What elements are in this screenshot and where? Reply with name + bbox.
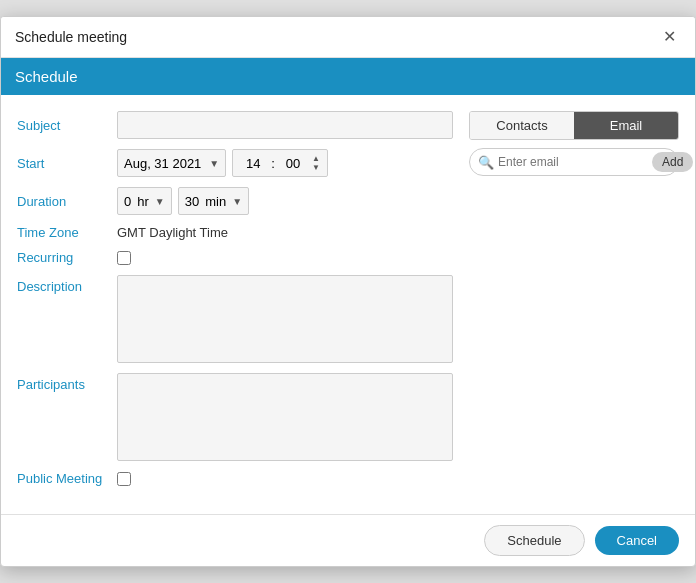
time-down-arrow[interactable]: ▼ [311,164,321,172]
content-area: Subject Start Aug, 31 2021 ▼ : [1,95,695,514]
start-date-picker[interactable]: Aug, 31 2021 ▼ [117,149,226,177]
schedule-button[interactable]: Schedule [484,525,584,556]
timezone-label: Time Zone [17,225,117,240]
start-label: Start [17,156,117,171]
date-dropdown-arrow: ▼ [209,158,219,169]
recurring-checkbox-wrapper [117,251,131,265]
duration-hours-select[interactable]: 0 hr ▼ [117,187,172,215]
public-meeting-label: Public Meeting [17,471,117,486]
start-date-value: Aug, 31 2021 [124,156,201,171]
footer: Schedule Cancel [1,514,695,566]
description-row: Description [17,275,453,363]
subject-label: Subject [17,118,117,133]
recurring-label: Recurring [17,250,117,265]
cancel-button[interactable]: Cancel [595,526,679,555]
schedule-meeting-dialog: Schedule meeting ✕ Schedule Subject Star… [0,16,696,567]
public-meeting-row: Public Meeting [17,471,453,486]
subject-row: Subject [17,111,453,139]
description-input[interactable] [117,275,453,363]
duration-controls: 0 hr ▼ 30 min ▼ [117,187,453,215]
public-meeting-checkbox-wrapper [117,472,131,486]
right-panel: Contacts Email 🔍 Add [469,111,679,498]
time-separator: : [271,156,275,171]
duration-label: Duration [17,194,117,209]
title-bar: Schedule meeting ✕ [1,17,695,58]
time-up-arrow[interactable]: ▲ [311,155,321,163]
public-meeting-checkbox[interactable] [117,472,131,486]
start-time-picker[interactable]: : ▲ ▼ [232,149,328,177]
duration-minutes-unit: min [205,194,226,209]
participants-input[interactable] [117,373,453,461]
recurring-row: Recurring [17,250,453,265]
time-arrows: ▲ ▼ [311,155,321,172]
left-panel: Subject Start Aug, 31 2021 ▼ : [17,111,453,498]
timezone-row: Time Zone GMT Daylight Time [17,225,453,240]
contacts-email-tabs: Contacts Email [469,111,679,140]
duration-hours-unit: hr [137,194,149,209]
search-icon: 🔍 [478,155,494,170]
duration-hours-value: 0 [124,194,131,209]
header-label: Schedule [15,68,78,85]
recurring-checkbox[interactable] [117,251,131,265]
duration-row: Duration 0 hr ▼ 30 min ▼ [17,187,453,215]
participants-row: Participants [17,373,453,461]
tab-email[interactable]: Email [574,112,678,139]
header-bar: Schedule [1,58,695,95]
subject-input[interactable] [117,111,453,139]
timezone-value: GMT Daylight Time [117,225,228,240]
dialog-title: Schedule meeting [15,29,127,45]
start-row: Start Aug, 31 2021 ▼ : ▲ ▼ [17,149,453,177]
duration-minutes-value: 30 [185,194,199,209]
dur-hours-arrow: ▼ [155,196,165,207]
participants-label: Participants [17,373,117,392]
email-input[interactable] [498,155,648,169]
duration-minutes-select[interactable]: 30 min ▼ [178,187,249,215]
add-button[interactable]: Add [652,152,693,172]
dur-min-arrow: ▼ [232,196,242,207]
close-button[interactable]: ✕ [658,27,681,47]
description-label: Description [17,275,117,294]
tab-contacts[interactable]: Contacts [470,112,574,139]
start-minute-input[interactable] [279,156,307,171]
start-date-controls: Aug, 31 2021 ▼ : ▲ ▼ [117,149,328,177]
email-search-row: 🔍 Add [469,148,679,176]
start-hour-input[interactable] [239,156,267,171]
